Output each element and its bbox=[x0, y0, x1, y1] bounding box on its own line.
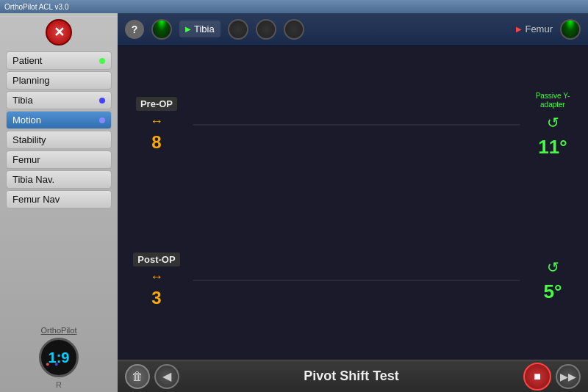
sidebar-item-tibia-nav[interactable]: Tibia Nav. bbox=[6, 170, 112, 189]
sidebar-label-tibia: Tibia bbox=[12, 95, 33, 106]
trash-button[interactable]: 🗑 bbox=[125, 364, 150, 389]
bottom-right-btns: ■ ▶▶ bbox=[523, 363, 581, 391]
sidebar-label-motion: Motion bbox=[12, 115, 41, 126]
preop-y-right: 15° 5° -5° -15° bbox=[498, 125, 520, 126]
logo-dot-red: ● bbox=[46, 360, 49, 368]
postop-value: 3 bbox=[151, 288, 161, 308]
femur-arrow-icon: ▶ bbox=[516, 25, 522, 33]
bottom-title: Pivot Shift Test bbox=[179, 369, 523, 384]
title-bar: OrthoPilot ACL v3.0 bbox=[0, 0, 588, 13]
postop-arrow-icon: ↔ bbox=[150, 269, 163, 285]
tab-circle-2[interactable] bbox=[228, 19, 248, 40]
postop-label-area: Post-OP ↔ 3 bbox=[123, 253, 190, 308]
top-bar: ? ▶ Tibia ▶ Femur bbox=[118, 13, 588, 46]
sidebar-item-patient[interactable]: Patient bbox=[6, 51, 112, 70]
main-area: ✕ Patient Planning Tibia Motion bbox=[0, 13, 588, 392]
forward-button[interactable]: ▶▶ bbox=[556, 364, 581, 389]
app-container: OrthoPilot ACL v3.0 ✕ Patient Planning T… bbox=[0, 0, 588, 392]
app-title: OrthoPilot ACL v3.0 bbox=[4, 3, 68, 11]
postop-row: Post-OP ↔ 3 15 5 -5 -15 bbox=[123, 204, 582, 357]
sidebar-label-tibia-nav: Tibia Nav. bbox=[12, 174, 54, 185]
sidebar-item-stability[interactable]: Stability bbox=[6, 131, 112, 149]
logo-text: 1:9 bbox=[49, 349, 70, 366]
tab-circle-1[interactable] bbox=[151, 19, 172, 40]
ortho-label: OrthoPilot bbox=[41, 326, 77, 335]
sidebar-bottom: OrthoPilot 1:9 ● ● R bbox=[0, 323, 118, 392]
back-button[interactable]: ◀ bbox=[154, 364, 179, 389]
bottom-left-btns: 🗑 ◀ bbox=[125, 364, 179, 389]
nav-items: Patient Planning Tibia Motion Stability bbox=[0, 48, 118, 211]
tibia-arrow-icon: ▶ bbox=[185, 25, 191, 33]
charts-area: Pre-OP ↔ 8 15 5 -5 -15 bbox=[118, 46, 588, 360]
postop-refresh-icon[interactable]: ↺ bbox=[547, 258, 559, 276]
stop-button[interactable]: ■ bbox=[523, 363, 551, 391]
close-button[interactable]: ✕ bbox=[46, 19, 72, 46]
sidebar-item-femur-nav[interactable]: Femur Nav bbox=[6, 190, 112, 208]
r-label: R bbox=[56, 380, 62, 389]
preop-y-left: 15 5 -5 -15 bbox=[193, 125, 214, 126]
tab-circle-3[interactable] bbox=[256, 19, 276, 40]
tab-tibia[interactable]: ▶ Tibia bbox=[179, 21, 220, 37]
sidebar: ✕ Patient Planning Tibia Motion bbox=[0, 13, 118, 392]
sidebar-item-planning[interactable]: Planning bbox=[6, 71, 112, 90]
dot-patient bbox=[99, 58, 105, 64]
sidebar-label-stability: Stability bbox=[12, 134, 46, 145]
help-button[interactable]: ? bbox=[125, 20, 144, 39]
dot-tibia bbox=[99, 98, 105, 104]
postop-y-right: 15° 5° -5° -15° bbox=[498, 280, 520, 281]
preop-arrow-icon: ↔ bbox=[150, 114, 163, 129]
sidebar-item-tibia[interactable]: Tibia bbox=[6, 91, 112, 109]
postop-title: Post-OP bbox=[133, 253, 179, 266]
postop-y-left: 15 5 -5 -15 bbox=[193, 280, 214, 281]
tibia-label: Tibia bbox=[194, 23, 215, 35]
tab-circle-4[interactable] bbox=[284, 19, 304, 40]
sidebar-label-planning: Planning bbox=[12, 75, 50, 86]
preop-label-area: Pre-OP ↔ 8 bbox=[123, 97, 190, 153]
preop-chart: 15 5 -5 -15 15° 5° -5° -15° bbox=[193, 124, 520, 126]
logo-dot-blue: ● bbox=[54, 360, 58, 368]
preop-angle: 11° bbox=[538, 136, 567, 159]
sidebar-label-patient: Patient bbox=[12, 55, 42, 66]
sidebar-item-femur[interactable]: Femur bbox=[6, 150, 112, 169]
femur-label-text: Femur bbox=[525, 23, 553, 35]
femur-tab[interactable]: ▶ Femur bbox=[516, 23, 553, 35]
preop-right-panel: Passive Y-adapter ↺ 11° bbox=[523, 92, 582, 159]
dot-motion bbox=[99, 117, 105, 123]
postop-chart: 15 5 -5 -15 15° 5° -5° -15° bbox=[193, 280, 520, 281]
preop-refresh-icon[interactable]: ↺ bbox=[547, 114, 559, 131]
sidebar-item-motion[interactable]: Motion bbox=[6, 111, 112, 129]
femur-circle[interactable] bbox=[560, 19, 581, 40]
preop-value: 8 bbox=[151, 132, 161, 153]
preop-title: Pre-OP bbox=[136, 97, 177, 111]
sidebar-label-femur: Femur bbox=[12, 154, 40, 165]
sidebar-label-femur-nav: Femur Nav bbox=[12, 194, 60, 205]
preop-row: Pre-OP ↔ 8 15 5 -5 -15 bbox=[123, 48, 582, 201]
bottom-bar: 🗑 ◀ Pivot Shift Test ■ ▶▶ bbox=[118, 360, 588, 392]
logo-circle: 1:9 ● ● bbox=[39, 338, 79, 377]
postop-angle: 5° bbox=[544, 280, 562, 303]
postop-right-panel: ↺ 5° bbox=[523, 258, 582, 303]
content-area: ? ▶ Tibia ▶ Femur bbox=[118, 13, 588, 392]
passive-y-label: Passive Y-adapter bbox=[523, 92, 582, 109]
